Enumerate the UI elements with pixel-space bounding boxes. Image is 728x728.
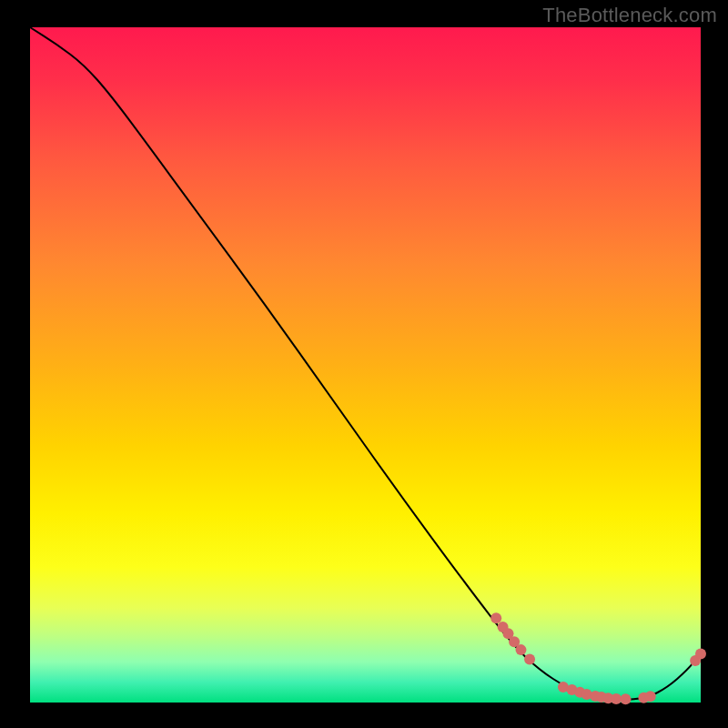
highlight-point [524, 654, 535, 665]
highlight-point [611, 693, 622, 704]
highlight-point [515, 644, 526, 655]
bottleneck-curve [30, 27, 701, 700]
highlight-point [620, 693, 631, 704]
highlight-point [490, 612, 501, 623]
plot-area [30, 27, 701, 703]
highlight-point [695, 649, 706, 660]
highlight-point [645, 691, 656, 702]
highlight-markers [490, 612, 706, 704]
curve-layer [30, 27, 701, 703]
watermark-text: TheBottleneck.com [542, 4, 717, 27]
